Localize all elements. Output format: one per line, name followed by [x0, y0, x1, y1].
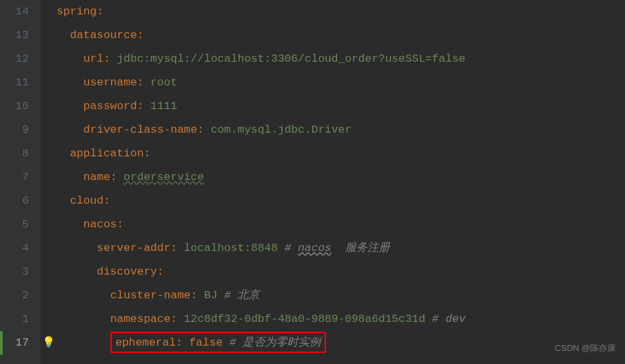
- gutter-num: 12: [0, 47, 29, 71]
- code-line: name: orderservice: [57, 166, 625, 189]
- line-gutter: 14 13 12 11 10 9 8 7 6 5 4 3 2 1 17: [0, 0, 41, 364]
- code-line: url: jdbc:mysql://localhost:3306/cloud_o…: [57, 47, 625, 71]
- gutter-num: 13: [0, 24, 29, 47]
- gutter-num: 7: [0, 166, 29, 189]
- gutter-num: 11: [0, 71, 29, 95]
- code-line: application:: [57, 142, 625, 166]
- code-line: cloud:: [57, 189, 625, 213]
- gutter-num: 9: [0, 118, 29, 142]
- watermark: CSDN @陈亦康: [555, 336, 616, 360]
- gutter-num: 4: [0, 237, 29, 260]
- code-line: datasource:: [57, 24, 625, 47]
- lightbulb-icon[interactable]: 💡: [41, 331, 57, 355]
- code-line: ephemeral: false # 是否为零时实例: [57, 331, 625, 355]
- gutter-num: 14: [0, 0, 29, 24]
- code-line: server-addr: localhost:8848 # nacos 服务注册: [57, 237, 625, 260]
- code-line: nacos:: [57, 213, 625, 237]
- gutter-num: 8: [0, 142, 29, 166]
- code-line: cluster-name: BJ # 北京: [57, 284, 625, 307]
- gutter-num: 10: [0, 95, 29, 118]
- gutter-num: 3: [0, 260, 29, 284]
- code-line: username: root: [57, 71, 625, 95]
- gutter-num: 6: [0, 189, 29, 213]
- code-line: discovery:: [57, 260, 625, 284]
- code-area[interactable]: spring: datasource: url: jdbc:mysql://lo…: [57, 0, 625, 364]
- code-editor[interactable]: 14 13 12 11 10 9 8 7 6 5 4 3 2 1 17 💡 sp…: [0, 0, 625, 364]
- gutter-num: 1: [0, 307, 29, 331]
- active-line-marker: [0, 331, 3, 355]
- gutter-num: 2: [0, 284, 29, 307]
- code-line: spring:: [57, 0, 625, 24]
- code-line: password: 1111: [57, 95, 625, 118]
- gutter-num-active: 17: [0, 331, 29, 355]
- gutter-num: 5: [0, 213, 29, 237]
- code-line: namespace: 12c8df32-0dbf-48a0-9889-098a6…: [57, 307, 625, 331]
- bulb-column: 💡: [41, 0, 57, 364]
- code-line: driver-class-name: com.mysql.jdbc.Driver: [57, 118, 625, 142]
- highlight-ephemeral: ephemeral: false # 是否为零时实例: [110, 332, 327, 353]
